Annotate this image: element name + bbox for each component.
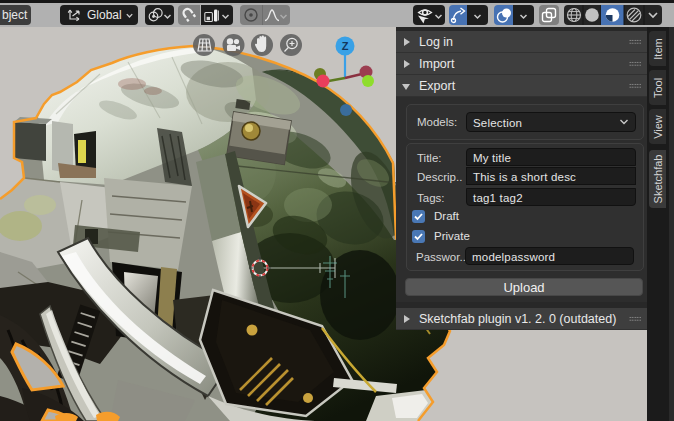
svg-text:Z: Z: [342, 40, 349, 52]
